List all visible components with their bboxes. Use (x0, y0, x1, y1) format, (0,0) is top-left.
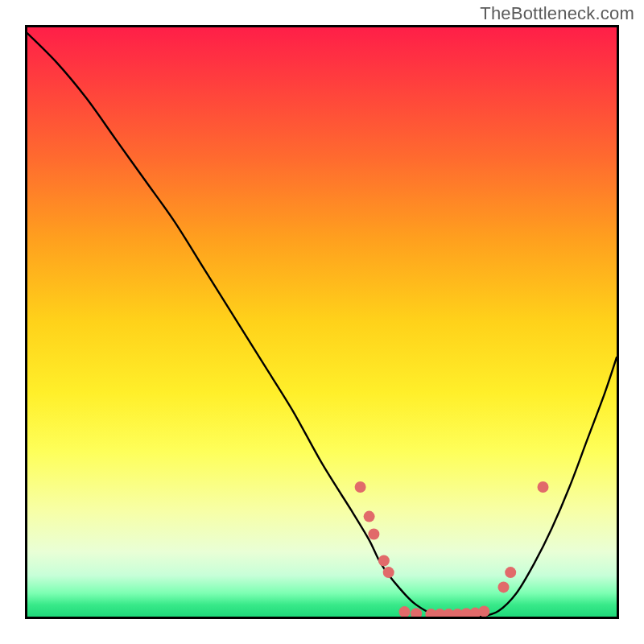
data-marker (399, 606, 411, 617)
data-marker (505, 567, 516, 578)
data-marker (364, 511, 375, 522)
marker-group (355, 481, 549, 617)
data-marker (478, 605, 489, 617)
data-marker (383, 567, 394, 578)
data-marker (355, 481, 366, 493)
watermark-label: TheBottleneck.com (480, 3, 634, 24)
chart-stage: TheBottleneck.com (0, 0, 644, 644)
data-marker (538, 481, 549, 493)
data-marker (378, 555, 390, 567)
data-marker (411, 608, 422, 617)
bottleneck-curve-path (27, 33, 617, 617)
data-marker (498, 581, 510, 592)
plot-area (25, 25, 619, 619)
chart-svg (27, 27, 617, 617)
data-marker (368, 529, 379, 540)
